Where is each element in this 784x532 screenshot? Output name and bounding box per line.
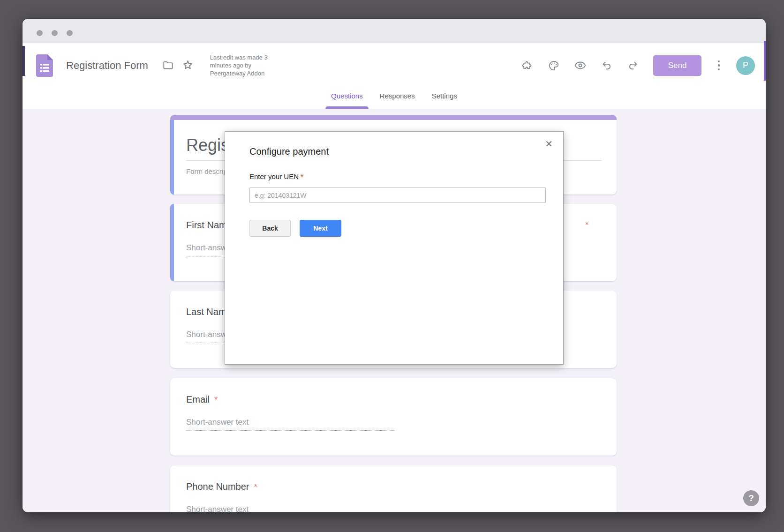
window-zoom-dot[interactable] [67, 30, 73, 36]
window-titlebar [23, 19, 766, 43]
left-edge-strip [23, 46, 25, 76]
google-forms-icon[interactable] [36, 54, 53, 77]
send-button[interactable]: Send [653, 55, 701, 76]
account-avatar[interactable]: P [736, 56, 755, 75]
required-asterisk: * [254, 482, 257, 492]
form-tabs: Questions Responses Settings [23, 88, 766, 109]
traffic-light-buttons[interactable] [37, 30, 73, 36]
selected-card-indicator [170, 120, 174, 195]
dialog-buttons: Back Next [249, 220, 341, 237]
screenshot-root: { "header": { "title": "Registration For… [0, 0, 784, 532]
required-asterisk: * [214, 395, 218, 405]
header-top-row: Registration Form Last edit was made 3 m… [23, 43, 766, 88]
last-edit-status[interactable]: Last edit was made 3 minutes ago by Peer… [210, 53, 268, 77]
right-edge-strip [764, 41, 766, 81]
short-answer-placeholder: Short-answer text [186, 505, 395, 512]
configure-payment-dialog: ✕ Configure payment Enter your UEN* Back… [225, 131, 564, 365]
addons-puzzle-icon[interactable] [521, 60, 534, 72]
theme-color-bar [170, 115, 617, 120]
form-title-header[interactable]: Registration Form [66, 60, 148, 72]
uen-input[interactable] [249, 187, 546, 203]
theme-palette-icon[interactable] [548, 60, 560, 72]
question-card-phone-number[interactable]: Phone Number* Short-answer text [170, 465, 617, 512]
move-to-folder-icon[interactable] [162, 60, 174, 71]
selected-card-indicator [170, 204, 174, 281]
tab-responses[interactable]: Responses [378, 88, 416, 109]
short-answer-placeholder: Short-answer text [186, 418, 395, 431]
question-label[interactable]: Email* [186, 394, 218, 405]
window-minimize-dot[interactable] [52, 30, 58, 36]
required-asterisk: * [585, 220, 588, 230]
dialog-title: Configure payment [249, 146, 329, 157]
back-button[interactable]: Back [249, 220, 291, 237]
required-asterisk: * [301, 172, 303, 180]
star-icon[interactable] [181, 59, 194, 72]
header-actions: Send P [521, 55, 755, 76]
forms-header: Registration Form Last edit was made 3 m… [23, 43, 766, 109]
more-kebab-icon[interactable] [716, 60, 722, 71]
help-icon[interactable]: ? [743, 490, 759, 506]
tab-questions[interactable]: Questions [330, 88, 364, 109]
close-icon[interactable]: ✕ [545, 139, 553, 149]
uen-field-label: Enter your UEN* [249, 172, 303, 180]
window-close-dot[interactable] [37, 30, 43, 36]
app-window: Registration Form Last edit was made 3 m… [23, 19, 766, 512]
undo-icon[interactable] [601, 60, 613, 72]
question-card-email[interactable]: Email* Short-answer text [170, 378, 617, 456]
form-canvas: Registration Form Form description First… [23, 109, 766, 512]
question-label[interactable]: Phone Number* [186, 481, 257, 492]
redo-icon[interactable] [627, 60, 639, 72]
preview-eye-icon[interactable] [574, 59, 587, 72]
tab-settings[interactable]: Settings [430, 88, 459, 109]
next-button[interactable]: Next [300, 220, 341, 237]
